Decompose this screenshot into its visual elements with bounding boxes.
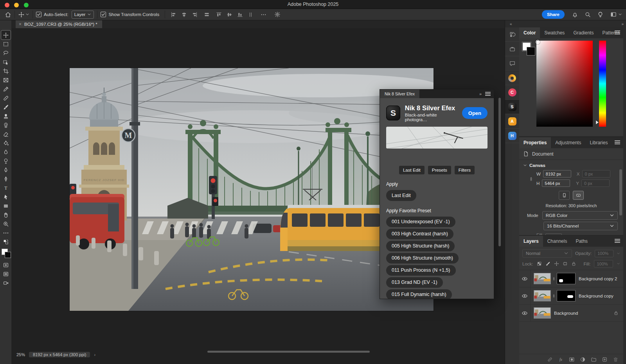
foreground-background-swatches[interactable] [1, 249, 11, 258]
screen-mode-button[interactable] [1, 269, 11, 278]
layer-thumbnail[interactable] [534, 307, 551, 319]
portrait-orientation-button[interactable] [559, 191, 570, 200]
layer-effects-icon[interactable]: fx [558, 357, 564, 362]
chevron-down-icon[interactable] [618, 13, 622, 16]
tool-eyedropper[interactable] [1, 84, 11, 93]
layer-thumbnail[interactable] [534, 273, 551, 284]
vertical-scrollbar[interactable] [498, 98, 501, 246]
tool-settings-gear-icon[interactable] [274, 11, 281, 18]
tool-smudge[interactable] [1, 165, 11, 174]
tab-paths[interactable]: Paths [571, 236, 592, 247]
tool-paint-bucket[interactable] [1, 138, 11, 147]
workspace-switcher-icon[interactable] [610, 11, 617, 18]
tab-adjustments[interactable]: Adjustments [551, 137, 585, 148]
tool-zoom[interactable] [1, 219, 11, 228]
layer-mask-thumbnail[interactable] [557, 273, 576, 284]
apply-last-edit-button[interactable]: Last Edit [386, 190, 416, 201]
layer-mask-link-icon[interactable] [552, 292, 556, 300]
tool-frame[interactable] [1, 75, 11, 84]
layer-row-background-copy[interactable]: Background copy [519, 287, 623, 305]
status-expand-chevron[interactable]: › [94, 352, 95, 357]
layer-mask-thumbnail[interactable] [557, 290, 576, 301]
discover-lightbulb-icon[interactable] [597, 11, 604, 18]
layer-name[interactable]: Background copy [579, 294, 613, 298]
link-dimensions-icon[interactable] [529, 173, 534, 185]
layer-row-background-copy-2[interactable]: Background copy 2 [519, 270, 623, 287]
preset-button[interactable]: 005 High Structure (harsh) [386, 241, 455, 251]
preset-button[interactable]: 015 Full Dynamic (harsh) [386, 289, 452, 299]
analog-efex-button[interactable]: A [505, 114, 519, 129]
preset-button[interactable]: 011 Push Process (N +1,5) [386, 265, 456, 276]
lock-all-icon[interactable] [571, 261, 576, 266]
tab-patterns[interactable]: Patterns [598, 27, 624, 38]
layer-name[interactable]: Background copy 2 [579, 276, 617, 281]
share-button[interactable]: Share [542, 10, 565, 19]
color-panel-swatches[interactable] [522, 41, 535, 56]
close-tab-icon[interactable]: × [19, 22, 22, 27]
default-swap-colors[interactable] [1, 237, 11, 246]
canvas-photo[interactable]: FERENCZ JOZSEF HID M [70, 68, 434, 311]
history-panel-button[interactable] [505, 27, 519, 42]
tool-lasso[interactable] [1, 48, 11, 57]
tool-path-selection[interactable] [1, 192, 11, 201]
tool-marquee[interactable] [1, 39, 11, 48]
preset-button[interactable]: 006 High Structure (smooth) [386, 253, 459, 264]
tab-swatches[interactable]: Swatches [540, 27, 569, 38]
tab-layers[interactable]: Layers [519, 236, 543, 247]
home-icon[interactable] [5, 11, 11, 18]
width-field[interactable]: 8192 px [543, 170, 571, 178]
align-bottom-icon[interactable] [237, 12, 243, 18]
hue-slider[interactable] [599, 41, 606, 127]
panel-menu-icon[interactable] [615, 140, 620, 145]
silver-efex-button[interactable]: S [505, 100, 519, 114]
lock-pixels-icon[interactable] [545, 261, 550, 266]
tool-eraser[interactable] [1, 129, 11, 138]
comments-panel-button[interactable] [505, 56, 519, 71]
section-chevron-icon[interactable] [523, 163, 527, 167]
document-tab[interactable]: × BOZ_1097.CR3 @ 25% (RGB/16*) * [16, 20, 102, 28]
nik-panel-menu-icon[interactable] [485, 92, 491, 96]
tab-properties[interactable]: Properties [519, 137, 551, 148]
tool-move[interactable] [1, 30, 11, 39]
height-field[interactable]: 5464 px [542, 179, 570, 187]
move-tool-icon[interactable] [18, 11, 25, 18]
libraries-panel-button[interactable] [505, 42, 519, 56]
align-right-icon[interactable] [192, 12, 198, 18]
align-top-icon[interactable] [216, 12, 222, 18]
tool-clone-stamp[interactable] [1, 111, 11, 120]
layer-mask-link-icon[interactable] [552, 274, 556, 283]
tool-rectangle[interactable] [1, 201, 11, 210]
chevron-down-icon[interactable] [25, 13, 29, 16]
lock-transparency-icon[interactable] [537, 261, 542, 266]
tool-history-brush[interactable] [1, 120, 11, 129]
tool-hand[interactable] [1, 210, 11, 219]
tool-dodge[interactable] [1, 156, 11, 165]
align-left-icon[interactable] [171, 12, 176, 18]
collapse-dock-left-icon[interactable]: « [510, 22, 512, 26]
delete-layer-icon[interactable] [613, 357, 619, 362]
nik-collapse-icon[interactable]: » [479, 91, 481, 96]
tool-healing-brush[interactable] [1, 93, 11, 102]
distribute-vertical-icon[interactable] [248, 12, 254, 18]
search-icon[interactable] [585, 11, 591, 18]
preset-button[interactable]: 001 Underexposed (EV -1) [386, 217, 455, 227]
tab-channels[interactable]: Channels [543, 236, 572, 247]
background-color-swatch[interactable] [527, 47, 535, 56]
edit-toolbar-ellipsis[interactable] [1, 228, 11, 237]
nik-last-edit-tab[interactable]: Last Edit [399, 166, 425, 174]
fill-swatch[interactable] [545, 233, 562, 235]
bit-depth-dropdown[interactable]: 16 Bits/Channel [543, 222, 618, 230]
tab-libraries[interactable]: Libraries [585, 137, 612, 148]
new-layer-icon[interactable] [602, 357, 608, 362]
color-efex-button[interactable]: C [505, 85, 519, 100]
add-mask-icon[interactable] [569, 357, 575, 362]
background-color-swatch[interactable] [5, 252, 11, 258]
tool-blur[interactable] [1, 147, 11, 156]
tool-crop[interactable] [1, 66, 11, 75]
open-plugin-button[interactable]: Open [462, 107, 487, 119]
saturation-brightness-field[interactable] [536, 41, 593, 127]
panel-menu-icon[interactable] [615, 239, 620, 243]
preset-button[interactable]: 013 Grad ND (EV -1) [386, 277, 443, 288]
nik-panel-tab[interactable]: Nik 8 Silver Efex [380, 90, 419, 98]
collapse-dock-right-icon[interactable]: » [621, 22, 623, 26]
